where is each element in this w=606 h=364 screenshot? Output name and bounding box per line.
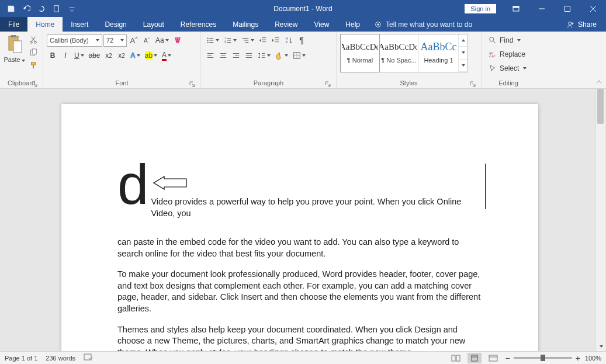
decrease-indent-button[interactable] [257, 34, 269, 46]
search-icon [489, 36, 497, 44]
replace-button[interactable]: abac Replace [485, 48, 530, 61]
select-button[interactable]: Select [485, 62, 530, 75]
new-doc-button[interactable] [49, 2, 64, 16]
ribbon: Paste Clipboard Calibri (Body) 72 Aˆ Aˇ … [0, 32, 606, 89]
sort-button[interactable]: AZ [283, 34, 295, 46]
borders-button[interactable] [291, 50, 307, 61]
vertical-scrollbar[interactable] [595, 89, 605, 351]
tab-view[interactable]: View [306, 17, 338, 32]
tab-file[interactable]: File [0, 17, 27, 32]
web-layout-button[interactable] [486, 353, 500, 363]
line-spacing-button[interactable] [256, 50, 272, 61]
superscript-button[interactable]: x2 [116, 50, 127, 61]
undo-button[interactable] [19, 2, 34, 16]
font-color-button[interactable]: A [160, 50, 173, 61]
gallery-more-button[interactable] [459, 60, 467, 72]
zoom-slider[interactable]: − + [505, 353, 580, 363]
replace-icon: abac [489, 50, 497, 58]
align-left-button[interactable] [205, 50, 216, 61]
copy-button[interactable] [27, 47, 39, 58]
cut-button[interactable] [27, 34, 39, 46]
increase-indent-button[interactable] [270, 34, 282, 46]
tab-insert[interactable]: Insert [63, 17, 96, 32]
font-size-combo[interactable]: 72 [103, 34, 127, 47]
tab-help[interactable]: Help [337, 17, 368, 32]
style-no-spacing[interactable]: AaBbCcDd ¶ No Spac... [379, 34, 419, 72]
svg-rect-12 [13, 41, 22, 53]
document-page[interactable]: d Video provides a powerful way to help … [61, 104, 538, 351]
style-normal[interactable]: AaBbCcDd ¶ Normal [340, 34, 380, 72]
gallery-up-button[interactable] [459, 34, 467, 47]
justify-button[interactable] [243, 50, 255, 61]
zoom-level[interactable]: 100% [585, 355, 601, 362]
close-button[interactable] [580, 0, 606, 17]
subscript-button[interactable]: x2 [103, 50, 115, 61]
svg-point-20 [207, 37, 209, 39]
svg-rect-4 [565, 6, 570, 11]
ribbon-display-button[interactable] [503, 0, 529, 17]
multilevel-list-button[interactable] [240, 34, 256, 46]
tell-me-search[interactable]: Tell me what you want to do [368, 17, 478, 32]
zoom-track[interactable] [514, 357, 572, 359]
styles-launcher[interactable] [469, 81, 476, 88]
tab-review[interactable]: Review [266, 17, 306, 32]
print-layout-button[interactable] [468, 353, 482, 363]
zoom-thumb[interactable] [541, 355, 545, 361]
tab-references[interactable]: References [172, 17, 224, 32]
svg-rect-17 [32, 63, 36, 65]
shrink-font-button[interactable]: Aˇ [141, 34, 153, 46]
tab-design[interactable]: Design [96, 17, 134, 32]
tab-mailings[interactable]: Mailings [224, 17, 266, 32]
save-button[interactable] [4, 2, 19, 16]
maximize-button[interactable] [555, 0, 580, 17]
text-cursor [485, 164, 486, 209]
underline-button[interactable]: U [72, 50, 86, 61]
text-effects-button[interactable]: A [129, 50, 142, 61]
numbering-button[interactable]: 123 [222, 34, 238, 46]
paste-button[interactable]: Paste [4, 34, 25, 63]
grow-font-button[interactable]: Aˆ [128, 34, 140, 46]
zoom-out-button[interactable]: − [505, 353, 510, 363]
read-mode-button[interactable] [449, 353, 463, 363]
zoom-in-button[interactable]: + [576, 353, 580, 363]
shading-button[interactable] [273, 50, 290, 61]
minimize-button[interactable] [529, 0, 555, 17]
title-bar: Document1 - Word Sign in [0, 0, 606, 17]
sign-in-button[interactable]: Sign in [465, 4, 496, 13]
clear-formatting-button[interactable]: A [172, 34, 183, 46]
align-center-button[interactable] [217, 50, 229, 61]
clipboard-launcher[interactable] [31, 81, 38, 88]
svg-rect-18 [33, 65, 34, 68]
italic-button[interactable]: I [60, 50, 71, 61]
strikethrough-button[interactable]: abc [87, 50, 102, 61]
align-right-button[interactable] [230, 50, 242, 61]
page-indicator[interactable]: Page 1 of 1 [5, 355, 37, 362]
highlight-button[interactable]: ab [143, 50, 159, 61]
paragraph-label: Paragraph [254, 79, 283, 86]
paragraph-launcher[interactable] [324, 81, 331, 88]
tab-home[interactable]: Home [27, 17, 63, 32]
scrollbar-thumb[interactable] [597, 89, 604, 124]
font-launcher[interactable] [189, 81, 196, 88]
find-button[interactable]: Find [485, 34, 530, 47]
qat-customize-button[interactable] [64, 2, 79, 16]
paragraph-1-line1: Video provides a powerful way to help yo… [151, 196, 482, 219]
scroll-down-button[interactable] [596, 342, 605, 351]
show-marks-button[interactable]: ¶ [296, 34, 307, 46]
format-painter-button[interactable] [27, 60, 39, 71]
bullets-button[interactable] [205, 34, 221, 46]
tab-layout[interactable]: Layout [135, 17, 172, 32]
style-heading-1[interactable]: AaBbCc Heading 1 [419, 34, 459, 72]
font-name-combo[interactable]: Calibri (Body) [47, 34, 102, 47]
gallery-down-button[interactable] [459, 47, 467, 59]
change-case-button[interactable]: Aa [154, 34, 171, 46]
quick-access-toolbar [0, 2, 79, 16]
word-count[interactable]: 236 words [46, 355, 75, 362]
proofing-icon[interactable] [84, 353, 93, 363]
collapse-ribbon-button[interactable] [595, 78, 602, 87]
svg-rect-11 [11, 35, 16, 37]
share-button[interactable]: Share [557, 17, 606, 32]
bold-button[interactable]: B [47, 50, 58, 61]
svg-rect-16 [32, 49, 36, 54]
redo-button[interactable] [34, 2, 49, 16]
